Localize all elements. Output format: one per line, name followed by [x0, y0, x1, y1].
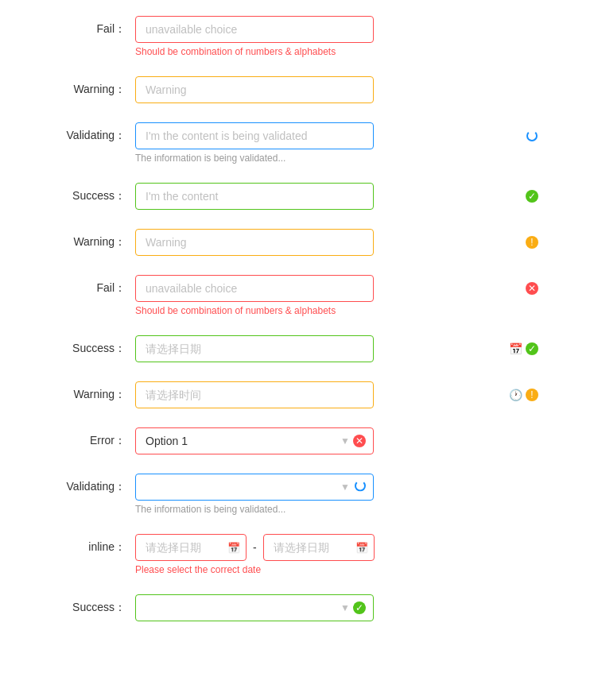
row-inline-date: inline： 📅 - 📅 Please select the correct … [48, 534, 546, 575]
row-success-date: Success： 📅 ✓ [48, 335, 546, 362]
clock-icon: 🕐 [509, 389, 522, 401]
label-error-select: Error： [48, 427, 135, 448]
content-success-date: 📅 ✓ [135, 335, 546, 362]
success-select-input[interactable] [135, 594, 374, 621]
inline-error-msg: Please select the correct date [135, 564, 546, 575]
select-wrapper-success: ▼ ✓ [135, 594, 374, 621]
label-success-date: Success： [48, 335, 135, 356]
row-validating-select: Validating： Option 1 Option 2 ▼ The info… [48, 474, 546, 515]
content-validating-select: Option 1 Option 2 ▼ The information is b… [135, 474, 546, 515]
input-wrapper-fail-1 [135, 16, 546, 43]
row-warning-time: Warning： 🕐 ! [48, 381, 546, 408]
input-wrapper-validating-1 [135, 122, 546, 149]
input-wrapper-warning-time: 🕐 ! [135, 381, 546, 408]
content-warning-1 [135, 76, 546, 103]
fail-input-2[interactable] [135, 275, 374, 302]
label-fail-2: Fail： [48, 275, 135, 296]
label-validating-select: Validating： [48, 474, 135, 494]
row-warning-2: Warning： ! [48, 229, 546, 256]
warning-time-input[interactable] [135, 381, 374, 408]
input-wrapper-success-1: ✓ [135, 183, 546, 210]
row-warning-1: Warning： [48, 76, 546, 103]
success-icon-date: ✓ [526, 342, 538, 355]
content-success-1: ✓ [135, 183, 546, 210]
warning-icon-time: ! [526, 389, 538, 401]
content-validating-1: The information is being validated... [135, 122, 546, 164]
error-icon-2: ✕ [526, 282, 538, 295]
validating-input-1[interactable] [135, 122, 374, 149]
label-inline-date: inline： [48, 534, 135, 555]
success-icon-select: ✓ [353, 601, 366, 614]
label-success-2: Success： [48, 594, 135, 615]
error-msg-fail-2: Should be combination of numbers & alpha… [135, 305, 546, 316]
date-range-wrapper: 📅 - 📅 [135, 534, 546, 561]
error-select-input[interactable]: Option 1 Option 2 Option 3 [135, 427, 374, 454]
fail-input-1[interactable] [135, 16, 374, 43]
warning-input-2[interactable] [135, 229, 374, 256]
validating-select-input[interactable]: Option 1 Option 2 [135, 474, 374, 501]
calendar-icon-success: 📅 [509, 342, 522, 355]
select-wrapper-error: Option 1 Option 2 Option 3 ▼ ✕ [135, 427, 374, 454]
form-container: Fail： Should be combination of numbers &… [0, 0, 594, 656]
calendar-icon-start: 📅 [227, 542, 240, 554]
validating-msg-1: The information is being validated... [135, 153, 546, 164]
input-wrapper-warning-2: ! [135, 229, 546, 256]
label-success-1: Success： [48, 183, 135, 203]
date-start-wrapper: 📅 [135, 534, 247, 561]
content-warning-time: 🕐 ! [135, 381, 546, 408]
content-fail-2: ✕ Should be combination of numbers & alp… [135, 275, 546, 316]
error-icon-select: ✕ [353, 435, 366, 447]
error-msg-fail-1: Should be combination of numbers & alpha… [135, 46, 546, 57]
input-wrapper-fail-2: ✕ [135, 275, 546, 302]
content-warning-2: ! [135, 229, 546, 256]
input-wrapper-success-date: 📅 ✓ [135, 335, 546, 362]
success-date-input[interactable] [135, 335, 374, 362]
date-end-wrapper: 📅 [263, 534, 375, 561]
row-fail-1: Fail： Should be combination of numbers &… [48, 16, 546, 57]
label-warning-1: Warning： [48, 76, 135, 97]
range-separator: - [253, 541, 257, 554]
row-success-1: Success： ✓ [48, 183, 546, 210]
row-error-select: Error： Option 1 Option 2 Option 3 ▼ ✕ [48, 427, 546, 454]
success-icon-1: ✓ [526, 190, 538, 203]
row-validating-1: Validating： The information is being val… [48, 122, 546, 164]
calendar-icon-end: 📅 [355, 542, 368, 554]
label-warning-time: Warning： [48, 381, 135, 402]
content-inline-date: 📅 - 📅 Please select the correct date [135, 534, 546, 575]
select-wrapper-validating: Option 1 Option 2 ▼ [135, 474, 374, 501]
content-success-2: ▼ ✓ [135, 594, 546, 621]
row-fail-2: Fail： ✕ Should be combination of numbers… [48, 275, 546, 316]
label-validating-1: Validating： [48, 122, 135, 143]
success-input-1[interactable] [135, 183, 374, 210]
label-fail-1: Fail： [48, 16, 135, 37]
label-warning-2: Warning： [48, 229, 135, 249]
loading-icon-select [355, 481, 366, 494]
input-wrapper-warning-1 [135, 76, 546, 103]
validating-msg-select: The information is being validated... [135, 504, 546, 515]
warning-input-1[interactable] [135, 76, 374, 103]
loading-icon-1 [526, 130, 538, 142]
content-error-select: Option 1 Option 2 Option 3 ▼ ✕ [135, 427, 546, 454]
warning-icon-2: ! [526, 236, 538, 249]
row-success-2: Success： ▼ ✓ [48, 594, 546, 621]
content-fail-1: Should be combination of numbers & alpha… [135, 16, 546, 57]
